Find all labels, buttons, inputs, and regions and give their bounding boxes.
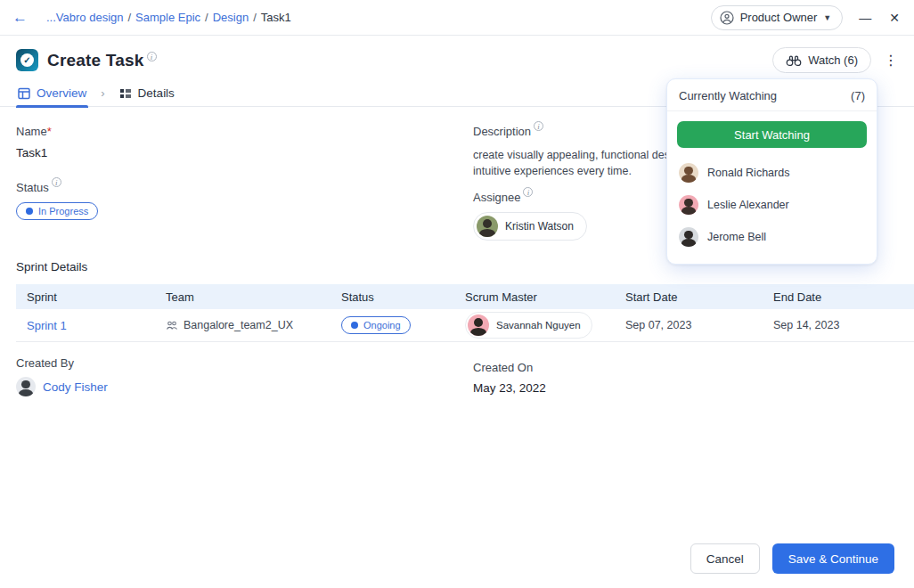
info-icon: i <box>52 177 61 187</box>
sprint-table: Sprint Team Status Scrum Master Start Da… <box>16 284 914 342</box>
breadcrumb-separator: / <box>253 11 257 24</box>
breadcrumb-design[interactable]: Design <box>213 11 249 24</box>
assignee-chip[interactable]: Kristin Watson <box>473 212 587 241</box>
info-icon: i <box>147 52 157 61</box>
team-cell: Bangalore_team2_UX <box>166 319 341 331</box>
role-selector-dropdown[interactable]: Product Owner ▼ <box>711 5 844 30</box>
avatar <box>477 216 498 237</box>
kebab-menu-icon[interactable]: ⋮ <box>884 53 898 68</box>
user-circle-icon <box>720 11 734 25</box>
created-on-label: Created On <box>473 361 898 374</box>
table-row: Sprint 1 Bangalore_team2_UX Ongoing <box>16 309 914 342</box>
team-name: Bangalore_team2_UX <box>184 319 293 331</box>
overview-table-icon <box>18 87 30 100</box>
sprint-link[interactable]: Sprint 1 <box>27 319 166 332</box>
chevron-right-icon: › <box>101 86 104 100</box>
column-header-scrum-master: Scrum Master <box>465 290 625 304</box>
status-badge-label: In Progress <box>38 206 88 216</box>
list-item[interactable]: Jerome Bell <box>679 221 865 253</box>
list-item[interactable]: Leslie Alexander <box>679 189 865 221</box>
tab-details-label: Details <box>138 86 175 100</box>
breadcrumb-epic[interactable]: Sample Epic <box>135 11 200 24</box>
breadcrumb-separator: / <box>205 11 208 24</box>
top-bar: ← ...Vabro design / Sample Epic / Design… <box>0 0 914 36</box>
breadcrumb-separator: / <box>127 11 131 24</box>
created-section: Created By Cody Fisher Created On May 23… <box>16 356 898 396</box>
watch-button-label: Watch (6) <box>808 53 858 67</box>
watch-button[interactable]: Watch (6) <box>772 47 871 73</box>
name-field-label: Name* <box>16 125 473 138</box>
name-field-value[interactable]: Task1 <box>16 146 473 159</box>
status-field-label: Statusi <box>16 181 473 194</box>
currently-watching-popup: Currently Watching (7) Start Watching Ro… <box>666 78 877 265</box>
sprint-status-label: Ongoing <box>363 320 401 331</box>
list-item[interactable]: Ronald Richards <box>679 157 865 189</box>
back-arrow-icon[interactable]: ← <box>12 9 34 27</box>
status-dot-icon <box>26 208 33 215</box>
binoculars-icon <box>786 54 802 67</box>
watcher-name: Leslie Alexander <box>707 199 789 211</box>
popup-title: Currently Watching <box>679 89 777 102</box>
role-selector-label: Product Owner <box>740 11 818 24</box>
details-list-icon <box>119 87 132 100</box>
avatar <box>679 163 698 183</box>
sprint-status-badge: Ongoing <box>341 316 411 334</box>
chevron-down-icon: ▼ <box>823 13 831 22</box>
status-dot-icon <box>351 322 358 329</box>
assignee-name: Kristin Watson <box>505 220 574 233</box>
scrum-master-chip[interactable]: Savannah Nguyen <box>465 312 592 339</box>
column-header-sprint: Sprint <box>27 290 166 304</box>
avatar <box>16 377 36 396</box>
page-header: ✓ Create Task i Watch (6) ⋮ <box>0 36 914 80</box>
end-date-cell: Sep 14, 2023 <box>773 319 914 331</box>
start-date-cell: Sep 07, 2023 <box>625 319 773 331</box>
scrum-master-name: Savannah Nguyen <box>496 320 581 331</box>
tab-overview[interactable]: Overview <box>16 80 88 107</box>
created-by-label: Created By <box>16 356 473 370</box>
watcher-name: Ronald Richards <box>707 167 789 179</box>
cancel-button[interactable]: Cancel <box>690 543 760 574</box>
avatar <box>679 227 698 247</box>
column-header-team: Team <box>166 290 341 304</box>
app-window: ← ...Vabro design / Sample Epic / Design… <box>0 0 914 588</box>
breadcrumb-current: Task1 <box>261 11 291 24</box>
page-title: Create Task <box>47 51 144 70</box>
watcher-name: Jerome Bell <box>707 231 766 243</box>
avatar <box>468 314 489 336</box>
column-header-end-date: End Date <box>773 290 914 304</box>
close-button[interactable]: ✕ <box>887 10 902 26</box>
column-header-start-date: Start Date <box>625 290 773 304</box>
breadcrumb: ...Vabro design / Sample Epic / Design /… <box>46 11 291 24</box>
avatar <box>679 195 698 215</box>
watchers-list: Ronald Richards Leslie Alexander Jerome … <box>667 151 877 264</box>
sprint-table-header: Sprint Team Status Scrum Master Start Da… <box>16 284 914 309</box>
footer-actions: Cancel Save & Continue <box>690 543 894 574</box>
created-by-link[interactable]: Cody Fisher <box>43 380 108 394</box>
watcher-count: (7) <box>851 89 865 102</box>
status-badge[interactable]: In Progress <box>16 202 98 220</box>
column-header-status: Status <box>341 290 465 304</box>
save-continue-button[interactable]: Save & Continue <box>772 543 894 574</box>
task-check-icon: ✓ <box>16 49 38 71</box>
minimize-button[interactable]: — <box>857 10 873 26</box>
start-watching-button[interactable]: Start Watching <box>677 121 867 148</box>
breadcrumb-root[interactable]: ...Vabro design <box>46 11 123 24</box>
required-marker: * <box>47 125 52 138</box>
created-on-value: May 23, 2022 <box>473 381 898 395</box>
tab-overview-label: Overview <box>37 86 86 100</box>
info-icon: i <box>523 187 533 197</box>
tab-details[interactable]: Details <box>118 80 176 107</box>
team-icon <box>166 320 178 331</box>
info-icon: i <box>534 121 543 131</box>
